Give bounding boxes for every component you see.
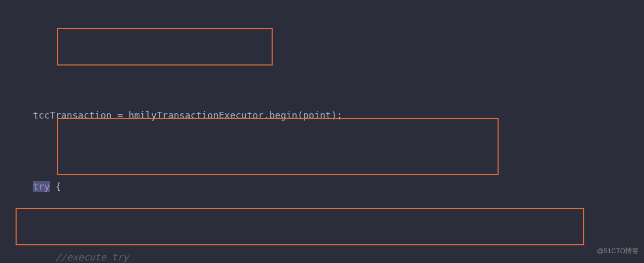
watermark: @51CTO博客: [597, 245, 639, 258]
code-line-3: //execute try: [10, 248, 634, 263]
indent: [10, 181, 33, 192]
highlight-box-cancel: [57, 118, 499, 175]
highlight-box-confirm: [16, 208, 584, 245]
brace: {: [50, 181, 61, 192]
code-line-2: try {: [10, 178, 634, 195]
keyword-try: try: [33, 181, 50, 192]
code-editor: tccTransaction = hmilyTransactionExecuto…: [0, 0, 644, 263]
comment: //execute try: [56, 252, 129, 262]
highlight-box-try: [57, 28, 273, 65]
code-line-1: tccTransaction = hmilyTransactionExecuto…: [10, 107, 634, 124]
indent: [10, 252, 56, 262]
code-text: tccTransaction = hmilyTransactionExecuto…: [10, 110, 342, 121]
